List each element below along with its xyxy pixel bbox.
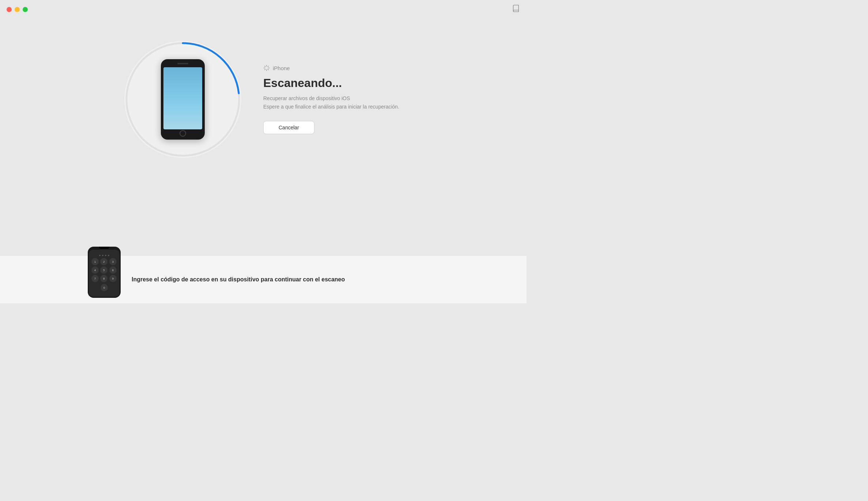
help-icon[interactable] <box>512 4 520 15</box>
iphone-modern-illustration: 1 2 3 4 5 6 7 8 9 0 <box>88 247 121 298</box>
key-1: 1 <box>91 258 99 265</box>
dot-3 <box>105 255 106 256</box>
svg-line-8 <box>265 69 265 70</box>
dot-1 <box>99 255 101 256</box>
device-label: iPhone <box>263 65 402 71</box>
svg-line-5 <box>268 69 268 70</box>
iphone-body <box>161 59 205 140</box>
key-4: 4 <box>91 266 99 274</box>
key-2: 2 <box>100 258 107 265</box>
bottom-notification-strip: 1 2 3 4 5 6 7 8 9 0 Ingrese el código de… <box>0 256 527 303</box>
iphone-notch <box>99 247 109 249</box>
close-button[interactable] <box>7 7 12 12</box>
iphone-speaker <box>177 63 188 64</box>
device-name: iPhone <box>273 65 290 71</box>
description-line1: Recuperar archivos de dispositivo iOS Es… <box>263 94 402 111</box>
dot-4 <box>108 255 109 256</box>
svg-line-4 <box>265 66 265 67</box>
key-9: 9 <box>109 275 117 282</box>
key-5: 5 <box>100 266 107 274</box>
key-8: 8 <box>100 275 107 282</box>
svg-line-9 <box>268 66 268 67</box>
phone-circle-container <box>124 41 241 158</box>
passcode-dots <box>99 255 109 256</box>
info-section: iPhone Escaneando... Recuperar archivos … <box>263 65 402 134</box>
minimize-button[interactable] <box>15 7 20 12</box>
key-6: 6 <box>109 266 117 274</box>
keypad-zero-row: 0 <box>101 284 108 291</box>
key-3: 3 <box>109 258 117 265</box>
dot-2 <box>102 255 103 256</box>
iphone-screen <box>163 67 202 129</box>
notification-text: Ingrese el código de acceso en su dispos… <box>132 276 345 283</box>
key-0: 0 <box>101 284 108 291</box>
titlebar <box>0 0 527 19</box>
iphone-illustration <box>161 59 205 140</box>
cancel-button[interactable]: Cancelar <box>263 121 314 134</box>
spinner-icon <box>263 65 270 71</box>
iphone-home-button <box>180 130 186 137</box>
phone-circle-bg <box>124 41 241 158</box>
maximize-button[interactable] <box>23 7 28 12</box>
key-7: 7 <box>91 275 99 282</box>
scan-section: iPhone Escaneando... Recuperar archivos … <box>124 41 402 158</box>
keypad-grid: 1 2 3 4 5 6 7 8 9 <box>91 258 117 282</box>
scanning-title: Escaneando... <box>263 76 402 90</box>
traffic-lights <box>7 7 28 12</box>
iphone-modern-screen: 1 2 3 4 5 6 7 8 9 0 <box>89 250 120 297</box>
